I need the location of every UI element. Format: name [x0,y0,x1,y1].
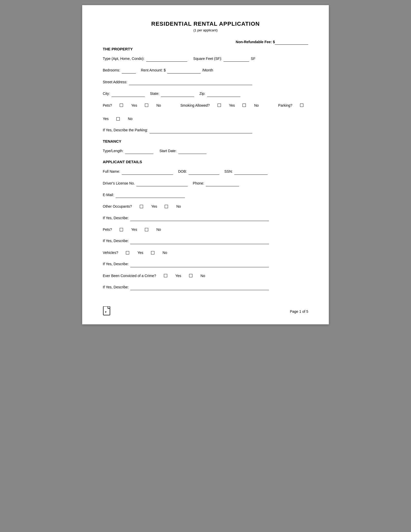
full-name-label: Full Name: [103,169,120,174]
bedrooms-input-line [122,67,136,73]
applicant-pets-row: Pets? Yes No [103,227,308,232]
smoking-no-checkbox[interactable] [242,104,246,107]
document-page: RESIDENTIAL RENTAL APPLICATION (1 per ap… [82,5,329,324]
applicant-pets-yes-checkbox[interactable] [120,228,123,231]
email-label: E-Mail: [103,192,114,198]
smoking-yes-label: Yes [229,103,235,108]
pets-label: Pets? [103,103,112,108]
fee-input-line [275,40,308,45]
vehicles-yes-label: Yes [137,250,143,255]
address-input-line [129,79,252,85]
email-input-line [116,192,185,198]
pets-smoking-parking-row: Pets? Yes No Smoking Allowed? Yes No Par… [103,103,308,122]
pets-describe-row: If Yes, Describe: [103,238,308,244]
address-row: Street Address: [103,79,308,85]
crime-yes-label: Yes [175,273,181,279]
parking-describe-input-line [150,127,252,133]
occupants-no-label: No [176,204,181,209]
vehicles-yes-checkbox[interactable] [126,251,129,254]
crime-no-checkbox[interactable] [189,274,192,277]
smoking-no-label: No [254,103,259,108]
phone-label: Phone: [193,180,204,186]
city-input-line [111,91,145,97]
pets-describe-input-line [130,238,269,244]
property-section-title: THE PROPERTY [103,47,308,51]
pets-yes-label: Yes [131,103,137,108]
vehicles-row: Vehicles? Yes No [103,250,308,255]
page-subtitle: (1 per applicant) [103,28,308,32]
sqft-input-line [223,56,249,62]
occupants-describe-label: If Yes, Describe: [103,215,129,221]
applicant-pets-no-checkbox[interactable] [145,228,148,231]
crime-describe-label: If Yes, Describe: [103,284,129,290]
fullname-dob-ssn-row: Full Name: DOB: SSN: [103,169,308,175]
city-state-zip-row: City: State: Zip: [103,91,308,97]
sqft-label: Square Feet (SF): [193,56,222,61]
occupants-no-checkbox[interactable] [165,205,168,208]
pets-yes-checkbox[interactable] [120,104,123,107]
bedrooms-rent-row: Bedrooms: Rent Amount: $ /Month [103,67,308,73]
crime-no-label: No [201,273,205,279]
page-title: RESIDENTIAL RENTAL APPLICATION [103,21,308,27]
footer: e Page 1 of 5 [103,306,308,317]
parking-yes-label: Yes [103,116,109,122]
crime-describe-input-line [130,284,269,290]
rent-label: Rent Amount: $ [141,67,166,73]
address-label: Street Address: [103,79,127,85]
pets-no-label: No [156,103,161,108]
tenancy-section-title: TENANCY [103,139,308,143]
vehicles-label: Vehicles? [103,250,118,255]
zip-label: Zip: [199,91,205,96]
occupants-yes-label: Yes [151,204,157,209]
start-date-label: Start Date: [160,148,177,154]
page-number: Page 1 of 5 [290,309,308,314]
dl-input-line [136,180,188,186]
bedrooms-label: Bedrooms: [103,67,120,73]
applicant-pets-label: Pets? [103,227,112,232]
svg-rect-0 [103,306,110,315]
dob-input-line [189,169,219,175]
parking-label: Parking? [278,103,292,108]
pets-describe-label: If Yes, Describe: [103,238,129,244]
type-length-label: Type/Length: [103,148,124,154]
fee-row: Non-Refundable Fee: $ [103,40,308,45]
type-label: Type (Apt, Home, Condo): [103,56,145,61]
email-row: E-Mail: [103,192,308,198]
phone-input-line [206,180,239,186]
smoking-label: Smoking Allowed? [180,103,210,108]
zip-input-line [207,91,240,97]
applicant-pets-yes-label: Yes [131,227,137,232]
crime-row: Ever Been Convicted of a Crime? Yes No [103,273,308,279]
parking-yes-checkbox[interactable] [300,104,303,107]
fee-label: Non-Refundable Fee: $ [236,40,275,45]
occupants-describe-row: If Yes, Describe: [103,215,308,221]
vehicles-describe-row: If Yes, Describe: [103,261,308,267]
occupants-describe-input-line [130,215,269,221]
crime-label: Ever Been Convicted of a Crime? [103,273,156,279]
crime-describe-row: If Yes, Describe: [103,284,308,290]
applicant-pets-no-label: No [156,227,161,232]
type-input-line [146,56,187,62]
dob-label: DOB: [178,169,187,174]
brand-icon: e [103,306,112,317]
vehicles-describe-label: If Yes, Describe: [103,261,129,267]
dl-label: Driver's License No. [103,180,135,186]
ssn-input-line [234,169,268,175]
parking-describe-row: If Yes, Describe the Parking: [103,127,308,133]
state-label: State: [150,91,160,96]
rent-input-line [167,67,201,73]
state-input-line [161,91,194,97]
start-date-input-line [178,148,207,154]
other-occupants-row: Other Occupants? Yes No [103,204,308,209]
parking-no-label: No [128,116,133,122]
pets-no-checkbox[interactable] [145,104,148,107]
smoking-yes-checkbox[interactable] [218,104,221,107]
sqft-suffix: SF [251,56,255,61]
crime-yes-checkbox[interactable] [164,274,167,277]
parking-no-checkbox[interactable] [116,117,120,121]
rent-suffix: /Month [202,67,213,73]
occupants-yes-checkbox[interactable] [140,205,143,208]
type-length-input-line [125,148,153,154]
vehicles-no-label: No [163,250,167,255]
vehicles-no-checkbox[interactable] [151,251,154,254]
